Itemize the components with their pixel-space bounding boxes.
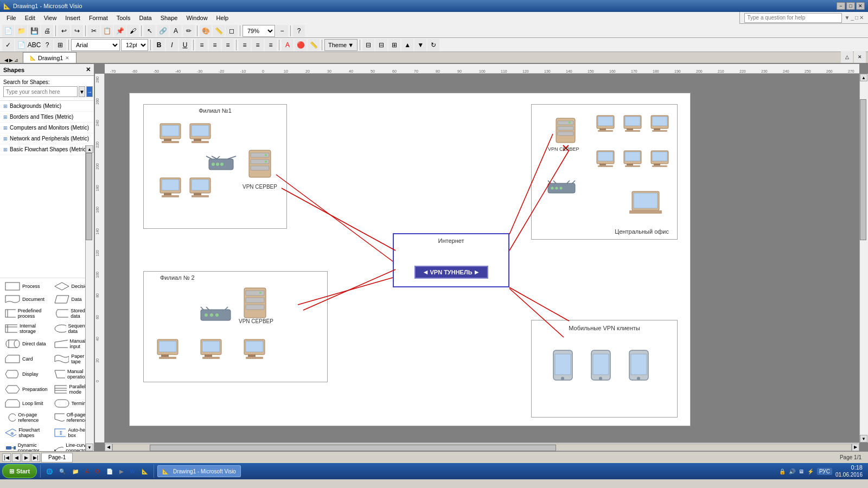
taskbar-opera-btn[interactable]: O [93,465,102,478]
tab-drawing1[interactable]: 📐 Drawing1 ✕ [23,52,76,63]
page-setup-button[interactable]: 📄 [15,39,27,51]
italic-button[interactable]: I [166,39,178,51]
align-center-button[interactable]: ≡ [209,39,221,51]
menu-edit[interactable]: Edit [21,14,40,22]
shape-display[interactable]: Display [2,367,50,381]
hscrollbar[interactable]: ◀ ▶ [105,442,859,451]
help-close-icon[interactable]: ✕ [859,15,864,21]
fill-color-button[interactable]: 🔴 [295,39,307,51]
vscroll-thumb[interactable] [860,99,866,241]
save-button[interactable]: 💾 [28,25,40,37]
help-dropdown-icon[interactable]: ▼ [844,15,850,21]
pencil-button[interactable]: ✏ [183,25,195,37]
line-color-button[interactable]: 📏 [308,39,320,51]
shape-loop-limit[interactable]: Loop limit [2,397,50,409]
search-dropdown-btn[interactable]: ▼ [79,86,85,97]
search-go-btn[interactable]: → [86,86,93,97]
menu-help[interactable]: Help [212,14,233,22]
send-back-button[interactable]: ▼ [414,39,426,51]
connector-button[interactable]: 🔗 [157,25,169,37]
font-color-button[interactable]: A [282,39,293,51]
help-button[interactable]: ? [293,25,305,37]
shapes-vscrollbar[interactable]: ▲ ▼ [85,145,94,451]
help-search-input[interactable] [744,13,842,23]
menu-format[interactable]: Format [85,14,112,22]
taskbar-search-btn[interactable]: 🔍 [57,465,68,478]
bold-button[interactable]: B [153,39,165,51]
format-painter-button[interactable]: 🖌 [127,25,139,37]
shape-flowchart-shapes[interactable]: ⊕ Flowchart shapes [2,426,50,440]
menu-view[interactable]: View [40,14,61,22]
checkmark-button[interactable]: ✓ [2,39,14,51]
help-max-icon[interactable]: □ [855,15,858,21]
align-left-button[interactable]: ≡ [196,39,208,51]
category-backgrounds[interactable]: ⊞ Backgrounds (Metric) [0,101,94,112]
taskbar-word-btn[interactable]: W [128,465,137,478]
maximize-button[interactable]: □ [846,2,855,10]
pointer-button[interactable]: ↖ [144,25,156,37]
taskbar-acrobat-btn[interactable]: A [83,465,91,478]
shape-dynamic-connector[interactable]: Dynamic connector [2,441,50,451]
taskbar-pdf-btn[interactable]: 📄 [104,465,115,478]
shape-preparation[interactable]: Preparation [2,382,50,396]
shape-direct[interactable]: Direct data [2,337,50,351]
shapes-scroll-thumb[interactable] [86,153,92,240]
shadow-button[interactable]: ◻ [226,25,238,37]
zoom-dropdown[interactable]: 79% [242,25,275,37]
taskbar-visio-window-btn[interactable]: 📐 Drawing1 - Microsoft Visio [157,465,241,477]
menu-insert[interactable]: Insert [61,14,85,22]
taskbar-winamp-btn[interactable]: ▶ [117,465,126,478]
shapes-close-icon[interactable]: ✕ [86,66,91,73]
taskbar-visio-btn[interactable]: 📐 [139,465,150,478]
text-button[interactable]: A [170,25,182,37]
hscroll-left[interactable]: ◀ [105,444,112,451]
tab-scroll-right[interactable]: ▶ [9,57,13,63]
close-button[interactable]: ✕ [856,2,865,10]
spell-check-button[interactable]: ABC [28,39,40,51]
start-button[interactable]: ⊞ Start [2,464,37,478]
expand-button[interactable]: ⊞ [54,39,66,51]
taskbar-explorer-btn[interactable]: 📁 [70,465,81,478]
redo-button[interactable]: ↪ [71,25,83,37]
group-button[interactable]: ⊞ [388,39,400,51]
page-tab-1[interactable]: Page-1 [41,453,73,463]
align-right-button[interactable]: ≡ [222,39,234,51]
bullets-button[interactable]: ≡ [239,39,251,51]
vscroll-up[interactable]: ▲ [860,74,867,81]
vpn-tunnel-btn[interactable]: ◀ VPN ТУННЕЛЬ ▶ [414,266,488,279]
theme-button[interactable]: Theme ▼ [324,39,358,51]
shape-predefined[interactable]: Predefined process [2,306,50,320]
category-computers[interactable]: ⊞ Computers and Monitors (Metric) [0,123,94,133]
menu-shape[interactable]: Shape [156,14,182,22]
underline-button[interactable]: U [179,39,191,51]
page-prev-btn[interactable]: ◀ [12,453,21,462]
distribute-button[interactable]: ⊟ [375,39,387,51]
print-button[interactable]: 🖨 [41,25,53,37]
line-button[interactable]: 📏 [213,25,225,37]
category-network[interactable]: ⊞ Network and Peripherals (Metric) [0,133,94,144]
vscroll-down[interactable]: ▼ [860,435,867,442]
shapes-scroll-up[interactable]: ▲ [86,145,93,153]
vscrollbar[interactable]: ▲ ▼ [859,74,868,442]
shape-onpage[interactable]: On-page reference [2,410,50,425]
decrease-indent-button[interactable]: ≡ [252,39,264,51]
open-button[interactable]: 📁 [15,25,27,37]
tab-expand[interactable]: ⊿ [14,57,18,63]
hscroll-right[interactable]: ▶ [852,444,859,451]
paste-button[interactable]: 📌 [114,25,126,37]
shape-process[interactable]: Process [2,280,50,292]
tab-scroll-left[interactable]: ◀ [4,57,8,63]
font-dropdown[interactable]: Arial [71,39,120,51]
size-dropdown[interactable]: 12pt [121,39,148,51]
hscroll-thumb[interactable] [150,445,556,451]
taskbar-ie-btn[interactable]: 🌐 [44,465,55,478]
shape-internal[interactable]: Internal storage [2,322,50,336]
help-min-icon[interactable]: _ [851,15,854,21]
rotate-button[interactable]: ↻ [427,39,439,51]
shape-document[interactable]: Document [2,293,50,305]
undo-button[interactable]: ↩ [58,25,70,37]
tab-maximize-icon[interactable]: △ [841,51,853,63]
tab-close-button[interactable]: ✕ [65,55,69,61]
category-flowchart[interactable]: ⊞ Basic Flowchart Shapes (Metric) [0,144,94,155]
page-last-btn[interactable]: ▶| [31,453,40,462]
